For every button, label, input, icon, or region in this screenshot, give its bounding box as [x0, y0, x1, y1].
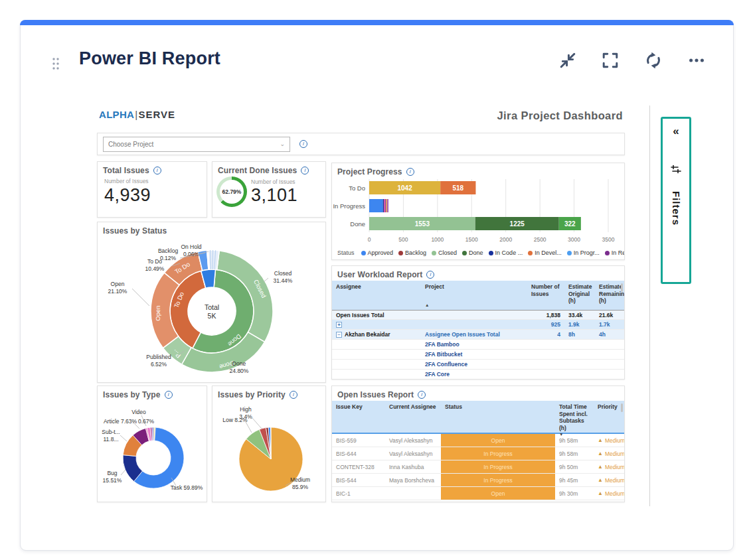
table-row[interactable]: BIS-544Maya BorshchevaIn Progress9h 45m▲… — [332, 474, 624, 487]
info-icon[interactable] — [426, 271, 434, 279]
scrollbar-thumb[interactable] — [621, 283, 623, 292]
priority-cell: ▲Medium — [594, 477, 625, 484]
legend-title: Status — [337, 249, 355, 256]
info-icon[interactable] — [165, 391, 173, 399]
estimate-remaining-cell: 4h — [595, 331, 625, 338]
svg-text:85.9%: 85.9% — [292, 484, 309, 490]
legend-item[interactable]: In Devel... — [528, 249, 562, 256]
info-icon[interactable] — [290, 391, 297, 399]
info-icon[interactable] — [153, 167, 161, 175]
legend-item[interactable]: Done — [462, 249, 483, 256]
filters-panel[interactable]: « Filters — [661, 117, 691, 284]
scrollbar-thumb[interactable] — [621, 403, 623, 412]
legend-item[interactable]: Closed — [432, 249, 457, 256]
legend-label: Closed — [438, 249, 457, 256]
table-row[interactable]: 2FA Core — [332, 370, 624, 380]
project-select-value: Choose Project — [108, 141, 153, 148]
status-cell: In Progress — [441, 447, 555, 460]
status-cell: Open — [441, 434, 555, 447]
column-header[interactable]: Assignee — [332, 281, 421, 310]
svg-text:Video: Video — [131, 409, 146, 415]
panel-user-workload: User Workload Report AssigneeProject▲Num… — [331, 265, 625, 380]
bar-segment[interactable] — [369, 199, 383, 212]
panel-open-issues: Open Issues Report Issue KeyCurrent Assi… — [331, 385, 625, 502]
kpi-value: 3,101 — [251, 185, 297, 206]
info-icon[interactable] — [301, 167, 309, 175]
svg-text:3500: 3500 — [602, 236, 615, 243]
svg-text:500: 500 — [398, 236, 408, 243]
bar-segment[interactable] — [386, 199, 387, 212]
column-header[interactable]: Number of Issues — [527, 281, 564, 310]
svg-text:322: 322 — [564, 220, 576, 228]
refresh-icon[interactable] — [644, 51, 663, 70]
table-title: User Workload Report — [337, 270, 422, 279]
bar-segment[interactable] — [383, 199, 384, 212]
svg-text:1000: 1000 — [431, 236, 444, 243]
bar-segment[interactable] — [384, 199, 385, 212]
kpi-title: Current Done Issues — [218, 166, 297, 175]
issues-count-cell: 4 — [527, 331, 564, 338]
user-workload-table: AssigneeProject▲Number of IssuesEstimate… — [332, 281, 624, 380]
legend-item[interactable]: In Code ... — [489, 249, 523, 256]
legend-dot — [605, 251, 610, 255]
table-row[interactable]: CONTENT-328Inna KashubaIn Progress9h 50m… — [332, 460, 624, 474]
collapse-icon[interactable] — [558, 51, 577, 70]
column-header[interactable]: Estimate Original (h) — [564, 281, 595, 310]
legend-item[interactable]: In Progr... — [567, 249, 600, 256]
column-header[interactable]: Priority — [594, 401, 625, 439]
collapse-row-icon[interactable]: − — [336, 332, 342, 338]
legend-label: In Progr... — [574, 249, 600, 256]
expand-icon[interactable]: + — [336, 322, 342, 328]
issues-by-type-chart[interactable]: VideoArticle 7.63%0.67%Sub-t...11.8...Bu… — [98, 401, 207, 502]
table-row[interactable]: BIC-1Open9h 30m▲Medium — [332, 487, 624, 500]
column-header[interactable]: Total Time Spent incl. Subtasks (h)▼ — [555, 401, 594, 439]
chart-title: Issues by Status — [103, 226, 167, 236]
bar-segment[interactable] — [386, 199, 386, 212]
project-cell: 2FA Bamboo — [421, 341, 527, 348]
column-header[interactable]: Issue Key — [332, 401, 385, 439]
assignee-cell: Vasyl Aleksashyn — [385, 451, 441, 457]
issues-by-priority-chart[interactable]: High3.4%Low 8.2%Medium85.9% — [212, 401, 325, 502]
legend-label: Backlog — [405, 249, 426, 256]
table-row[interactable]: Open Issues Total1,83833.4k21.6k — [332, 310, 624, 320]
table-row[interactable]: +9251.9k1.7k — [332, 320, 624, 330]
svg-text:1500: 1500 — [465, 236, 478, 243]
legend-item[interactable]: Backlog — [398, 249, 426, 256]
svg-text:10.49%: 10.49% — [145, 265, 165, 272]
legend-item[interactable]: Approved — [361, 249, 394, 256]
kpi-subtitle: Number of Issues — [98, 176, 207, 184]
column-header[interactable]: Project▲ — [421, 281, 527, 310]
info-icon[interactable] — [299, 140, 307, 148]
info-icon[interactable] — [418, 391, 426, 399]
status-cell: In Progress — [441, 474, 555, 486]
info-icon[interactable] — [406, 168, 414, 176]
svg-text:2000: 2000 — [499, 236, 512, 243]
table-row[interactable]: BIS-644Vasyl AleksashynIn Progress9h 58m… — [332, 447, 624, 460]
more-options-icon[interactable] — [687, 51, 706, 70]
sunburst-outer-segment[interactable] — [209, 250, 220, 269]
svg-text:To Do: To Do — [349, 184, 365, 192]
table-row[interactable]: 2FA Confluence — [332, 360, 624, 370]
issues-by-status-chart[interactable]: ClosedDoneP...OpenTo DoDoneTo DoTotal5KO… — [98, 237, 325, 383]
filter-icon[interactable] — [670, 165, 682, 176]
svg-text:24.80%: 24.80% — [230, 368, 249, 374]
table-row[interactable]: 2FA Bamboo — [332, 340, 624, 350]
collapse-panel-icon[interactable]: « — [673, 125, 679, 137]
bar-segment[interactable] — [388, 199, 388, 212]
project-progress-chart[interactable]: To Do1042518In ProgressDone1553122532205… — [332, 178, 624, 248]
vertical-divider — [649, 105, 650, 506]
issue-key-cell: CONTENT-328 — [332, 464, 385, 470]
bar-segment[interactable] — [385, 199, 386, 212]
column-header[interactable]: Current Assignee — [385, 401, 441, 439]
table-row[interactable]: −Akzhan BekaidarAssignee Open Issues Tot… — [332, 330, 624, 340]
drag-handle-icon[interactable] — [51, 57, 60, 70]
column-header[interactable]: Status — [441, 401, 555, 439]
project-filter-bar: Choose Project ⌄ — [97, 133, 625, 155]
macro-card: Power BI Report — [20, 20, 734, 551]
project-select[interactable]: Choose Project ⌄ — [103, 137, 290, 152]
fullscreen-icon[interactable] — [601, 51, 620, 70]
table-row[interactable]: 2FA Bitbucket — [332, 350, 624, 360]
estimate-original-cell: 1.9k — [564, 321, 595, 328]
legend-item[interactable]: In Review — [605, 249, 624, 256]
issue-key-cell: BIS-644 — [332, 451, 385, 457]
